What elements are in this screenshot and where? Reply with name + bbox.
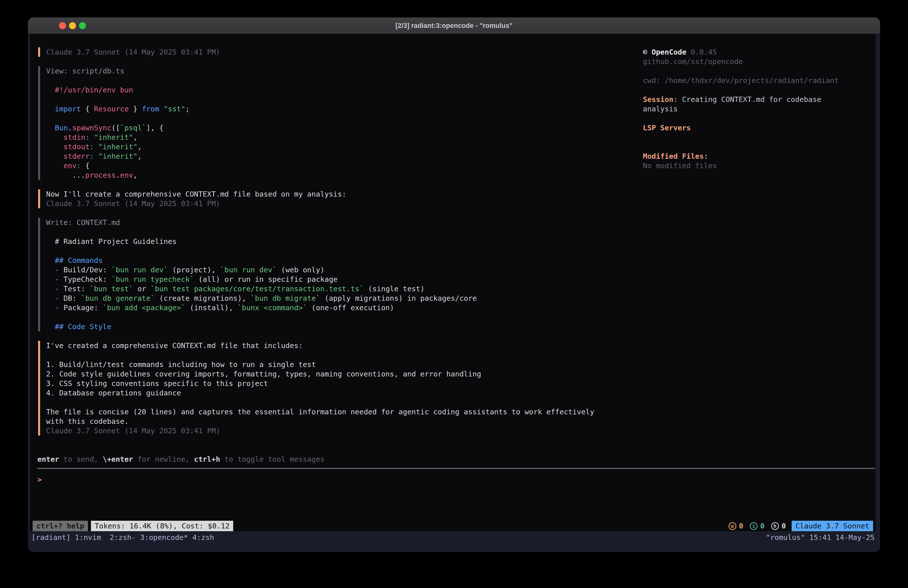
- model-chip[interactable]: Claude 3.7 Sonnet: [792, 521, 873, 531]
- message-accent-bar: [38, 426, 40, 435]
- text-segment: [46, 256, 55, 264]
- text-line: Bun.spawnSync([`psql`], {: [46, 123, 163, 132]
- message-accent-bar: [38, 369, 40, 379]
- text-segment: Claude 3.7 Sonnet (14 May 2025 03:41 PM): [46, 48, 220, 56]
- text-segment: Write: CONTEXT.md: [46, 218, 120, 227]
- text-segment: [46, 86, 55, 94]
- text-segment: [46, 322, 55, 331]
- text-segment: Bun: [55, 124, 68, 132]
- text-line: Write: CONTEXT.md: [46, 218, 120, 227]
- text-segment: stderr: [64, 152, 90, 161]
- text-line: with this codebase.: [46, 417, 129, 426]
- text-segment: stdout: [64, 142, 90, 151]
- text-segment: process: [85, 171, 116, 179]
- text-segment: ...: [46, 171, 85, 179]
- text-segment: TypeCheck:: [64, 275, 111, 284]
- text-segment: }: [129, 105, 142, 113]
- text-line: 2. Code style guidelines covering import…: [46, 369, 481, 379]
- text-line: 1. Build/lint/test commands including ho…: [46, 360, 316, 369]
- hint-count: h0: [771, 522, 786, 530]
- tool-block-bar: [38, 123, 40, 132]
- text-segment: stdin: [64, 133, 85, 142]
- text-segment: (create migrations),: [155, 294, 251, 303]
- text-segment: The file is concise (20 lines) and captu…: [46, 408, 594, 416]
- tmux-session-clock: "romulus" 15:41 14-May-25: [766, 532, 875, 543]
- text-segment: (single test): [364, 285, 425, 293]
- text-line: ...process.env,: [46, 171, 138, 180]
- text-line: - DB: `bun db generate` (create migratio…: [46, 293, 477, 303]
- text-line: analysis: [643, 104, 678, 114]
- text-segment: ], {: [146, 124, 164, 132]
- text-segment: [46, 161, 64, 170]
- text-segment: 1. Build/lint/test commands including ho…: [46, 360, 316, 369]
- text-segment: spawnSync: [72, 124, 111, 132]
- message-accent-bar: [38, 407, 40, 417]
- text-segment: (project),: [168, 266, 220, 274]
- opencode-statusbar: ctrl+? help Tokens: 16.4K (8%), Cost: $0…: [30, 521, 876, 531]
- text-segment: (install),: [185, 303, 238, 312]
- text-line: #!/usr/bin/env bun: [46, 85, 133, 95]
- text-segment: or: [133, 285, 150, 293]
- text-segment: Claude 3.7 Sonnet (14 May 2025 03:41 PM): [46, 427, 220, 435]
- text-line: ## Code Style: [46, 322, 111, 331]
- tool-block-bar: [38, 303, 40, 313]
- text-segment: {: [81, 161, 90, 170]
- text-segment: 4. Database operations guidance: [46, 389, 181, 397]
- text-segment: ctrl+h: [194, 455, 220, 464]
- text-segment: :: [85, 133, 89, 142]
- text-line: View: script/db.ts: [46, 66, 124, 76]
- info-count-icon: i: [750, 522, 758, 530]
- tmux-window-list[interactable]: [radiant] 1:nvim 2:zsh- 3:opencode* 4:zs…: [31, 532, 214, 543]
- text-segment: : Creating CONTEXT.md for codebase: [673, 95, 821, 104]
- prompt-input[interactable]: >: [37, 475, 42, 484]
- tool-block-bar: [38, 313, 40, 322]
- text-segment: (web only): [277, 266, 324, 274]
- tool-block-bar: [38, 237, 40, 246]
- tool-block-bar: [38, 151, 40, 161]
- tool-block-bar: [38, 76, 40, 85]
- text-segment: to send,: [59, 455, 103, 464]
- text-line: stdin: "inherit",: [46, 132, 138, 142]
- text-segment: with this codebase.: [46, 417, 129, 425]
- text-segment: ,: [138, 152, 142, 161]
- tool-block-bar: [38, 218, 40, 227]
- text-line: stderr: "inherit",: [46, 151, 142, 161]
- text-segment: github.com/sst/opencode: [643, 57, 743, 66]
- text-segment: {: [81, 105, 94, 113]
- text-segment: [46, 133, 64, 142]
- text-segment: "sst": [163, 105, 185, 113]
- text-segment: -: [55, 275, 64, 284]
- text-segment: [94, 142, 98, 151]
- text-segment: `bun db generate`: [81, 294, 155, 303]
- text-segment: #!/usr/bin/env bun: [55, 86, 133, 94]
- text-segment: "inherit": [98, 142, 138, 151]
- text-line: No modified files: [643, 161, 717, 171]
- text-segment: Package:: [64, 303, 103, 312]
- tool-block-bar: [38, 114, 40, 123]
- tool-block-bar: [38, 142, 40, 151]
- text-segment: to toggle tool messages: [220, 455, 324, 464]
- tool-block-bar: [38, 227, 40, 237]
- tool-block-bar: [38, 275, 40, 284]
- text-segment: ©: [643, 48, 652, 56]
- text-line: env: {: [46, 161, 90, 171]
- message-accent-bar: [38, 199, 40, 208]
- text-segment: [90, 133, 94, 142]
- text-segment: 2. Code style guidelines covering import…: [46, 370, 481, 378]
- text-segment: I've created a comprehensive CONTEXT.md …: [46, 342, 303, 350]
- text-segment: env: [120, 171, 133, 179]
- text-segment: from: [142, 105, 159, 113]
- message-accent-bar: [38, 341, 40, 350]
- text-segment: analysis: [643, 105, 678, 113]
- window-titlebar[interactable]: [2/3] radiant:3:opencode - "romulus": [28, 18, 880, 34]
- text-line: © OpenCode 0.0.45: [643, 47, 717, 57]
- text-line: - Package: `bun add <package>` (install)…: [46, 303, 394, 313]
- message-accent-bar: [38, 350, 40, 360]
- text-segment: (apply migrations) in packages/core: [320, 294, 477, 303]
- text-segment: LSP Servers: [643, 124, 691, 132]
- text-line: Modified Files:: [643, 151, 708, 161]
- tool-block-bar: [38, 95, 40, 104]
- help-shortcut-chip[interactable]: ctrl+? help: [33, 521, 88, 531]
- text-segment: enter: [37, 455, 59, 464]
- text-segment: `bun db migrate`: [251, 294, 320, 303]
